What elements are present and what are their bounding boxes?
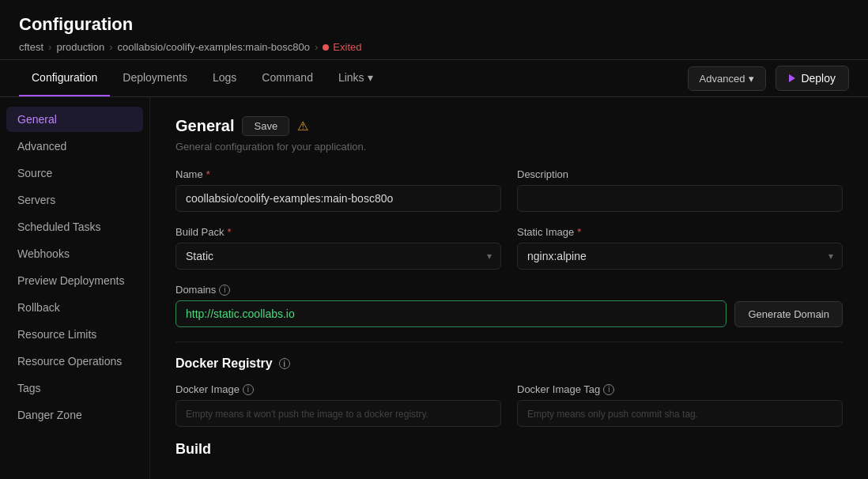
name-label: Name * bbox=[175, 168, 501, 180]
breadcrumb-repo[interactable]: coollabsio/coolify-examples:main-bosc80o bbox=[117, 41, 310, 53]
name-input[interactable] bbox=[175, 185, 501, 212]
static-image-label: Static Image * bbox=[517, 226, 843, 238]
nav-item-configuration[interactable]: Configuration bbox=[19, 60, 110, 96]
docker-image-group: Docker Image i bbox=[175, 383, 501, 427]
sidebar-item-tags[interactable]: Tags bbox=[6, 375, 143, 401]
warning-icon: ⚠ bbox=[297, 119, 308, 134]
sidebar-item-scheduled-tasks[interactable]: Scheduled Tasks bbox=[6, 214, 143, 240]
name-group: Name * bbox=[175, 168, 501, 212]
buildpack-select-wrapper: Static Nixpacks Dockerfile Docker Compos… bbox=[175, 243, 501, 270]
breadcrumb-sep-2: › bbox=[109, 41, 112, 53]
description-input[interactable] bbox=[517, 185, 843, 212]
general-description: General configuration for your applicati… bbox=[175, 141, 843, 153]
main-content: General Save ⚠ General configuration for… bbox=[150, 97, 868, 479]
chevron-down-icon: ▾ bbox=[368, 71, 373, 84]
docker-image-tag-info-icon[interactable]: i bbox=[603, 384, 614, 395]
sidebar-item-preview-deployments[interactable]: Preview Deployments bbox=[6, 268, 143, 293]
docker-registry-title: Docker Registry i bbox=[175, 356, 843, 371]
domains-input-row: Generate Domain bbox=[175, 300, 843, 327]
sidebar-item-rollback[interactable]: Rollback bbox=[6, 295, 143, 320]
nav-item-command[interactable]: Command bbox=[249, 60, 326, 96]
build-title: Build bbox=[175, 441, 843, 458]
breadcrumb-sep-1: › bbox=[48, 41, 51, 53]
static-image-select-wrapper: nginx:alpine nginx:latest ▾ bbox=[517, 243, 843, 270]
status-dot bbox=[323, 44, 329, 51]
breadcrumb-sep-3: › bbox=[315, 41, 318, 53]
general-section-header: General Save ⚠ bbox=[175, 116, 843, 136]
nav-item-logs[interactable]: Logs bbox=[200, 60, 249, 96]
info-icon[interactable]: i bbox=[219, 285, 230, 296]
domains-group: Domains i Generate Domain bbox=[175, 284, 843, 327]
name-required: * bbox=[206, 168, 210, 180]
breadcrumb-production[interactable]: production bbox=[56, 41, 104, 53]
sidebar-item-general[interactable]: General bbox=[6, 107, 143, 132]
domains-input[interactable] bbox=[175, 300, 726, 327]
nav-item-links[interactable]: Links ▾ bbox=[326, 60, 386, 96]
sidebar-item-webhooks[interactable]: Webhooks bbox=[6, 241, 143, 266]
sidebar: General Advanced Source Servers Schedule… bbox=[0, 97, 150, 479]
name-description-row: Name * Description bbox=[175, 168, 843, 212]
generate-domain-button[interactable]: Generate Domain bbox=[734, 301, 843, 327]
deploy-button[interactable]: Deploy bbox=[776, 66, 849, 91]
buildpack-select[interactable]: Static Nixpacks Dockerfile Docker Compos… bbox=[175, 243, 501, 270]
sidebar-item-resource-limits[interactable]: Resource Limits bbox=[6, 322, 143, 347]
domains-label: Domains i bbox=[175, 284, 843, 296]
docker-image-input[interactable] bbox=[175, 400, 501, 427]
divider-1 bbox=[175, 341, 843, 342]
docker-image-row: Docker Image i Docker Image Tag i bbox=[175, 383, 843, 427]
sidebar-item-danger-zone[interactable]: Danger Zone bbox=[6, 402, 143, 428]
docker-image-tag-label: Docker Image Tag i bbox=[517, 383, 843, 395]
docker-image-info-icon[interactable]: i bbox=[243, 384, 254, 395]
nav-item-deployments[interactable]: Deployments bbox=[110, 60, 200, 96]
save-button[interactable]: Save bbox=[242, 116, 289, 136]
layout: General Advanced Source Servers Schedule… bbox=[0, 97, 868, 479]
top-nav: Configuration Deployments Logs Command L… bbox=[0, 60, 868, 97]
play-icon bbox=[789, 74, 795, 82]
top-nav-actions: Advanced ▾ Deploy bbox=[688, 66, 849, 91]
static-image-group: Static Image * nginx:alpine nginx:latest… bbox=[517, 226, 843, 270]
docker-image-label: Docker Image i bbox=[175, 383, 501, 395]
sidebar-item-servers[interactable]: Servers bbox=[6, 187, 143, 213]
buildpack-staticimage-row: Build Pack * Static Nixpacks Dockerfile … bbox=[175, 226, 843, 270]
page-title: Configuration bbox=[19, 14, 849, 35]
docker-image-tag-group: Docker Image Tag i bbox=[517, 383, 843, 427]
docker-registry-info-icon[interactable]: i bbox=[279, 358, 290, 369]
chevron-down-icon: ▾ bbox=[749, 73, 754, 85]
advanced-button[interactable]: Advanced ▾ bbox=[688, 66, 767, 91]
breadcrumb: cftest › production › coollabsio/coolify… bbox=[19, 41, 849, 53]
static-image-required: * bbox=[577, 226, 581, 238]
buildpack-required: * bbox=[227, 226, 231, 238]
description-group: Description bbox=[517, 168, 843, 212]
buildpack-group: Build Pack * Static Nixpacks Dockerfile … bbox=[175, 226, 501, 270]
static-image-select[interactable]: nginx:alpine nginx:latest bbox=[517, 243, 843, 270]
sidebar-item-source[interactable]: Source bbox=[6, 160, 143, 186]
general-title: General bbox=[175, 117, 234, 135]
description-label: Description bbox=[517, 168, 843, 180]
status-badge: Exited bbox=[323, 41, 361, 53]
breadcrumb-cftest[interactable]: cftest bbox=[19, 41, 43, 53]
docker-image-tag-input[interactable] bbox=[517, 400, 843, 427]
page-header: Configuration cftest › production › cool… bbox=[0, 0, 868, 60]
buildpack-label: Build Pack * bbox=[175, 226, 501, 238]
top-nav-items: Configuration Deployments Logs Command L… bbox=[19, 60, 386, 96]
sidebar-item-resource-operations[interactable]: Resource Operations bbox=[6, 349, 143, 374]
sidebar-item-advanced[interactable]: Advanced bbox=[6, 134, 143, 159]
